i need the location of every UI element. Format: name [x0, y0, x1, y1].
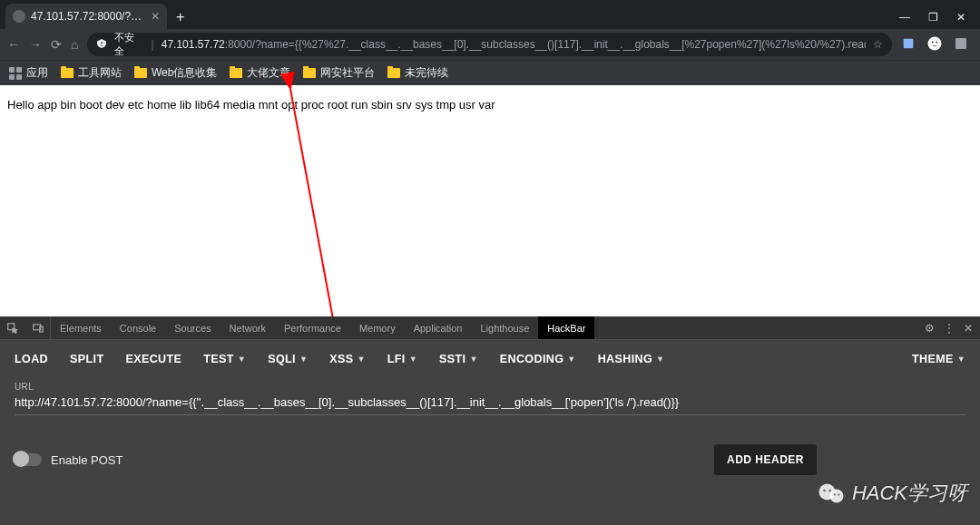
enable-post-label: Enable POST	[51, 453, 123, 467]
apps-grid-icon	[9, 67, 22, 80]
chevron-down-icon: ▼	[656, 355, 664, 364]
devtools-tab-performance[interactable]: Performance	[275, 316, 350, 339]
devtools-tab-application[interactable]: Application	[405, 316, 472, 339]
url-text: 47.101.57.72:8000/?name={{%27%27.__class…	[162, 38, 866, 51]
svg-rect-4	[956, 38, 966, 49]
svg-point-16	[838, 494, 839, 496]
star-icon[interactable]: ☆	[873, 38, 883, 51]
hackbar-load-button[interactable]: LOAD	[15, 353, 48, 365]
hackbar-lfi-menu[interactable]: LFI▼	[387, 353, 417, 365]
bookmark-folder[interactable]: 大佬文章	[230, 65, 290, 81]
insecure-icon	[96, 38, 107, 52]
devtools-menu-icon[interactable]: ⋮	[944, 322, 955, 335]
hackbar-xss-menu[interactable]: XSS▼	[329, 353, 366, 365]
hackbar-url-input[interactable]	[15, 392, 965, 415]
extension-icon-3[interactable]	[954, 36, 968, 53]
minimize-icon[interactable]: —	[899, 11, 910, 24]
browser-tab[interactable]: 47.101.57.72:8000/?name={{%… ✕	[5, 4, 167, 29]
chevron-down-icon: ▼	[957, 355, 965, 364]
svg-point-15	[834, 494, 836, 496]
new-tab-button[interactable]: +	[176, 9, 184, 25]
extension-icon-cat[interactable]	[926, 35, 943, 54]
reload-icon[interactable]: ⟳	[51, 37, 62, 52]
settings-gear-icon[interactable]: ⚙	[925, 322, 935, 335]
devtools-tab-elements[interactable]: Elements	[51, 316, 111, 339]
apps-button[interactable]: 应用	[9, 65, 48, 81]
bookmark-folder[interactable]: 网安社平台	[303, 65, 375, 81]
bookmarks-bar: 应用 工具网站 Web信息收集 大佬文章 网安社平台 未完待续	[0, 60, 980, 85]
hackbar-url-label: URL	[15, 382, 965, 392]
svg-point-2	[931, 41, 933, 43]
window-controls: — ❐ ✕	[899, 11, 980, 29]
svg-point-14	[828, 490, 830, 491]
chevron-down-icon: ▼	[357, 355, 365, 364]
tab-favicon-icon	[13, 10, 25, 23]
devtools-tab-memory[interactable]: Memory	[350, 316, 405, 339]
hackbar-ssti-menu[interactable]: SSTI▼	[439, 353, 478, 365]
device-toggle-icon[interactable]	[25, 316, 51, 339]
bookmark-folder[interactable]: 未完待续	[387, 65, 448, 81]
page-content: Hello app bin boot dev etc home lib lib6…	[0, 85, 980, 316]
hackbar-theme-menu[interactable]: THEME▼	[912, 353, 965, 365]
devtools-tab-lighthouse[interactable]: Lighthouse	[471, 316, 538, 339]
inspect-icon[interactable]	[0, 316, 25, 339]
folder-icon	[61, 68, 74, 78]
hackbar-hashing-menu[interactable]: HASHING▼	[598, 353, 665, 365]
folder-icon	[387, 68, 400, 78]
hackbar-test-menu[interactable]: TEST▼	[203, 353, 246, 365]
browser-toolbar: ← → ⟳ ⌂ 不安全 | 47.101.57.72:8000/?name={{…	[0, 29, 980, 60]
chevron-down-icon: ▼	[299, 355, 308, 364]
devtools-tab-console[interactable]: Console	[111, 316, 165, 339]
svg-rect-0	[903, 38, 913, 48]
response-text: Hello app bin boot dev etc home lib lib6…	[7, 98, 495, 112]
chevron-down-icon: ▼	[238, 355, 246, 364]
devtools-tab-hackbar[interactable]: HackBar	[538, 316, 594, 339]
address-bar[interactable]: 不安全 | 47.101.57.72:8000/?name={{%27%27._…	[87, 33, 891, 56]
devtools-close-icon[interactable]: ✕	[964, 322, 973, 335]
svg-point-13	[823, 490, 825, 491]
bookmark-folder[interactable]: 工具网站	[61, 65, 122, 81]
insecure-label: 不安全	[114, 31, 143, 58]
hackbar-sqli-menu[interactable]: SQLI▼	[268, 353, 308, 365]
folder-icon	[303, 68, 316, 78]
enable-post-toggle[interactable]	[15, 453, 42, 466]
chevron-down-icon: ▼	[567, 355, 575, 364]
window-close-icon[interactable]: ✕	[956, 11, 965, 24]
window-titlebar: 47.101.57.72:8000/?name={{%… ✕ + — ❐ ✕	[0, 0, 980, 29]
svg-point-3	[936, 41, 937, 43]
hackbar-menu: LOAD SPLIT EXECUTE TEST▼ SQLI▼ XSS▼ LFI▼…	[0, 340, 980, 378]
chevron-down-icon: ▼	[469, 355, 477, 364]
hackbar-split-button[interactable]: SPLIT	[70, 353, 103, 365]
svg-point-1	[927, 36, 941, 50]
close-icon[interactable]: ✕	[151, 10, 160, 23]
folder-icon	[134, 68, 147, 78]
back-icon[interactable]: ←	[7, 37, 20, 52]
svg-point-12	[829, 490, 843, 503]
extension-icon-1[interactable]	[901, 36, 916, 53]
chevron-down-icon: ▼	[409, 355, 417, 364]
forward-icon[interactable]: →	[29, 37, 42, 52]
home-icon[interactable]: ⌂	[71, 37, 78, 52]
devtools-tabbar: Elements Console Sources Network Perform…	[0, 316, 980, 340]
add-header-button[interactable]: ADD HEADER	[714, 444, 817, 475]
watermark: HACK学习呀	[818, 480, 967, 507]
maximize-icon[interactable]: ❐	[928, 11, 938, 24]
folder-icon	[230, 68, 242, 78]
hackbar-encoding-menu[interactable]: ENCODING▼	[500, 353, 576, 365]
hackbar-execute-button[interactable]: EXECUTE	[125, 353, 181, 365]
tab-title: 47.101.57.72:8000/?name={{%…	[31, 10, 145, 23]
wechat-icon	[818, 481, 845, 505]
bookmark-folder[interactable]: Web信息收集	[134, 65, 217, 81]
devtools-tab-sources[interactable]: Sources	[165, 316, 220, 339]
devtools-tab-network[interactable]: Network	[220, 316, 275, 339]
hackbar-url-section: URL	[0, 378, 980, 417]
